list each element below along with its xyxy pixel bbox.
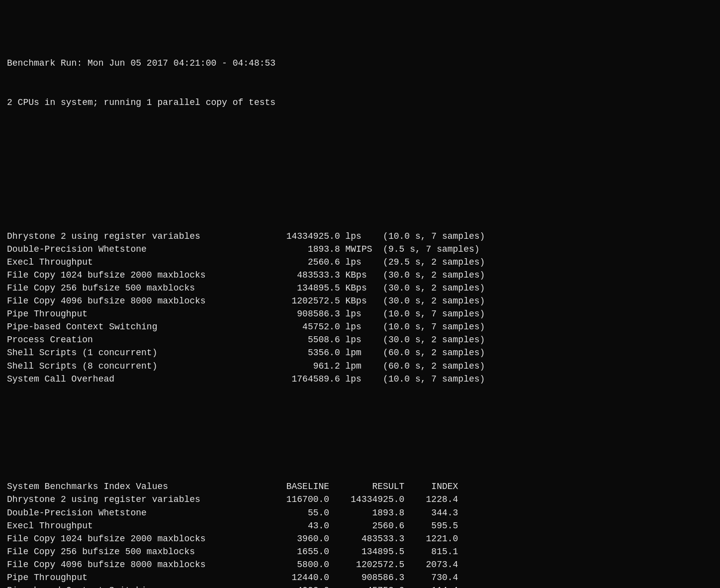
header-line2: 2 CPUs in system; running 1 parallel cop… (7, 96, 713, 109)
raw-result-item: System Call Overhead 1764589.6 lps (10.0… (7, 373, 713, 386)
raw-result-item: File Copy 1024 bufsize 2000 maxblocks 48… (7, 269, 713, 282)
index-table-row: Dhrystone 2 using register variables 116… (7, 493, 713, 506)
raw-result-item: Process Creation 5508.6 lps (30.0 s, 2 s… (7, 333, 713, 346)
raw-result-item: Shell Scripts (8 concurrent) 961.2 lpm (… (7, 360, 713, 373)
index-table-row: Pipe Throughput 12440.0 908586.3 730.4 (7, 571, 713, 584)
raw-result-item: Execl Throughput 2560.6 lps (29.5 s, 2 s… (7, 256, 713, 269)
raw-result-item: Pipe-based Context Switching 45752.0 lps… (7, 320, 713, 333)
index-table-row: File Copy 1024 bufsize 2000 maxblocks 39… (7, 532, 713, 545)
raw-result-item: Shell Scripts (1 concurrent) 5356.0 lpm … (7, 346, 713, 359)
header-section: Benchmark Run: Mon Jun 05 2017 04:21:00 … (7, 31, 713, 135)
terminal-output: Benchmark Run: Mon Jun 05 2017 04:21:00 … (7, 5, 713, 588)
header-line1: Benchmark Run: Mon Jun 05 2017 04:21:00 … (7, 57, 713, 70)
raw-results-section: Dhrystone 2 using register variables 143… (7, 230, 713, 386)
index-section-title: System Benchmarks Index Values BASELINE … (7, 480, 713, 493)
index-table-row: File Copy 256 bufsize 500 maxblocks 1655… (7, 545, 713, 558)
raw-result-item: File Copy 4096 bufsize 8000 maxblocks 12… (7, 294, 713, 307)
raw-result-item: Dhrystone 2 using register variables 143… (7, 230, 713, 243)
raw-result-item: Pipe Throughput 908586.3 lps (10.0 s, 7 … (7, 307, 713, 320)
index-table-row: Pipe-based Context Switching 4000.0 4575… (7, 584, 713, 588)
raw-result-item: Double-Precision Whetstone 1893.8 MWIPS … (7, 243, 713, 256)
index-table-row: Execl Throughput 43.0 2560.6 595.5 (7, 519, 713, 532)
index-table-section: System Benchmarks Index Values BASELINE … (7, 480, 713, 588)
index-table-row: File Copy 4096 bufsize 8000 maxblocks 58… (7, 558, 713, 571)
index-table-row: Double-Precision Whetstone 55.0 1893.8 3… (7, 506, 713, 519)
raw-result-item: File Copy 256 bufsize 500 maxblocks 1348… (7, 282, 713, 294)
